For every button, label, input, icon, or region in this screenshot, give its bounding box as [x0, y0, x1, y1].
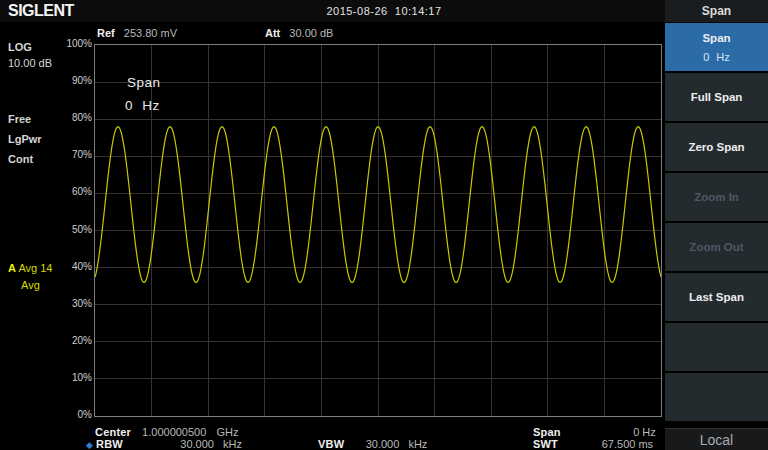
span-readout: Span 0 Hz — [533, 426, 656, 438]
vbw-unit: kHz — [408, 438, 427, 450]
center-label: Center — [95, 426, 131, 438]
span-annotation-line2: 0 Hz — [125, 98, 161, 113]
softkey-zoom-out: Zoom Out — [665, 223, 768, 271]
y-tick: 50% — [40, 224, 92, 235]
y-tick: 20% — [40, 335, 92, 346]
y-tick: 0% — [40, 409, 92, 420]
center-unit: GHz — [216, 426, 238, 438]
scale-type-label: LOG — [8, 41, 32, 53]
span-label: Span — [533, 426, 561, 438]
softkey-zero-span[interactable]: Zero Span — [665, 123, 768, 171]
rbw-readout: ◆ RBW 30.000 kHz — [86, 438, 242, 450]
span-annotation-line1: Span — [127, 75, 161, 90]
trigger-mode-label: Free — [8, 113, 31, 125]
sweep-mode-label: Cont — [8, 153, 33, 165]
y-tick: 70% — [40, 149, 92, 160]
y-tick: 90% — [40, 75, 92, 86]
softkey-zoom-out-label: Zoom Out — [689, 241, 743, 253]
span-value: 0 Hz — [564, 426, 656, 438]
rbw-label: RBW — [96, 438, 123, 450]
trace-mode-2: Avg — [21, 279, 40, 291]
softkey-zero-span-label: Zero Span — [688, 141, 744, 153]
rbw-unit: kHz — [223, 438, 242, 450]
ref-value: 253.80 mV — [124, 27, 177, 39]
softkey-blank-1 — [665, 323, 768, 371]
spectrum-analyzer-screen: SIGLENT 2015-08-26 10:14:17 Ref 253.80 m… — [0, 0, 768, 450]
swt-value: 67.500 ms — [561, 438, 653, 450]
ref-level-readout: Ref 253.80 mV — [97, 27, 177, 39]
trace-display-area: Span 0 Hz — [94, 44, 662, 417]
center-freq-readout: Center 1.000000500 GHz — [95, 426, 238, 438]
softkey-last-span[interactable]: Last Span — [665, 273, 768, 321]
attenuation-readout: Att 30.00 dB — [265, 27, 333, 39]
swt-readout: SWT 67.500 ms — [533, 438, 653, 450]
y-tick: 10% — [40, 372, 92, 383]
brand-logo: SIGLENT — [8, 2, 74, 20]
softkey-last-span-label: Last Span — [689, 291, 744, 303]
softkey-menu-panel: Span Span 0 Hz Full Span Zero Span Zoom … — [665, 0, 768, 450]
y-tick: 80% — [40, 112, 92, 123]
att-value: 30.00 dB — [289, 27, 333, 39]
local-button[interactable]: Local — [665, 428, 768, 450]
softkey-span-label: Span — [702, 32, 730, 44]
scale-value-label: 10.00 dB — [8, 57, 52, 69]
trace-plot — [95, 45, 661, 416]
softkey-full-span[interactable]: Full Span — [665, 73, 768, 121]
center-value: 1.000000500 — [142, 426, 206, 438]
vbw-readout: VBW 30.000 kHz — [318, 438, 427, 450]
rbw-marker-icon: ◆ — [86, 440, 93, 450]
softkey-zoom-in-label: Zoom In — [694, 191, 739, 203]
softkey-zoom-in: Zoom In — [665, 173, 768, 221]
datetime-display: 2015-08-26 10:14:17 — [326, 5, 441, 17]
y-tick: 30% — [40, 298, 92, 309]
softkey-blank-2 — [665, 373, 768, 421]
vbw-label: VBW — [318, 438, 344, 450]
y-tick: 40% — [40, 261, 92, 272]
att-label: Att — [265, 27, 280, 39]
detector-mode-label: LgPwr — [8, 133, 42, 145]
y-tick: 100% — [40, 38, 92, 49]
top-status-bar: SIGLENT 2015-08-26 10:14:17 — [0, 0, 665, 22]
span-annotation: Span 0 Hz — [127, 75, 161, 113]
softkey-buttons: Span 0 Hz Full Span Zero Span Zoom In Zo… — [665, 23, 768, 423]
menu-title: Span — [665, 0, 768, 22]
softkey-span[interactable]: Span 0 Hz — [665, 23, 768, 71]
y-tick: 60% — [40, 186, 92, 197]
swt-label: SWT — [533, 438, 558, 450]
vbw-value: 30.000 — [347, 438, 399, 450]
trace-flag: A — [8, 262, 16, 274]
rbw-value: 30.000 — [126, 438, 214, 450]
ref-label: Ref — [97, 27, 115, 39]
softkey-full-span-label: Full Span — [691, 91, 743, 103]
softkey-span-sublabel: 0 Hz — [703, 51, 730, 63]
